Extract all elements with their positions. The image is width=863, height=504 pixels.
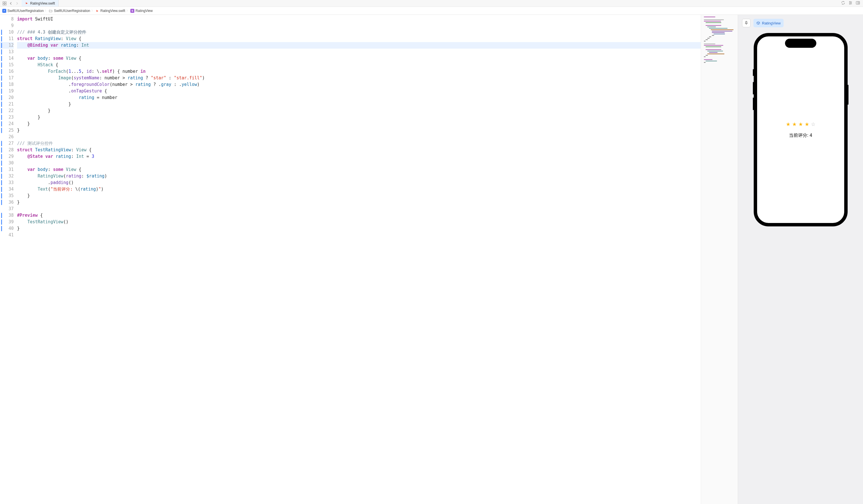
rating-text: 当前评分: 4 [789,132,812,139]
svg-rect-0 [3,2,4,3]
rating-stars[interactable]: ★★★★☆ [786,121,815,127]
preview-controls: RatingView [742,19,784,27]
pin-button[interactable] [742,19,751,27]
cube-icon [756,21,760,25]
chevron-right-icon: 〉 [91,9,94,13]
preview-chip-label: RatingView [762,21,781,25]
svg-rect-12 [858,2,859,4]
svg-rect-1 [5,2,6,3]
device-side-button [753,98,754,110]
related-items-icon[interactable] [2,1,7,6]
forward-button[interactable] [15,1,20,6]
svg-point-8 [851,2,852,3]
main-area: 8910111213141516171819202122232425262728… [0,15,863,504]
device-side-button [753,82,754,94]
minimap[interactable] [701,15,738,504]
breadcrumb-symbol[interactable]: S RatingView [130,9,152,13]
folder-icon [49,9,53,13]
svg-point-9 [850,4,850,4]
tab-title: RatingView.swift [30,1,55,5]
back-button[interactable] [9,1,13,6]
chevron-right-icon: 〉 [126,9,129,13]
tabbar-right-controls [838,0,863,7]
split-editor-icon[interactable] [855,1,860,6]
chevron-right-icon: 〉 [45,9,48,13]
tab-nav-controls [0,0,22,7]
line-number-gutter: 8910111213141516171819202122232425262728… [0,15,17,504]
device-side-button [753,69,754,76]
breadcrumb-label: SwiftUIUserRegistration [8,9,43,13]
device-notch [785,39,816,48]
preview-panel: RatingView ★★★★☆ 当前评分: 4 [738,15,863,504]
star-filled-icon[interactable]: ★ [805,121,809,127]
svg-point-7 [850,1,850,2]
code-content[interactable]: import SwiftUI /// ### 4.3 创建自定义评分控件stru… [17,15,701,504]
breadcrumb: A SwiftUIUserRegistration 〉 SwiftUIUserR… [0,7,863,15]
breadcrumb-label: RatingView.swift [100,9,125,13]
breadcrumb-folder[interactable]: SwiftUIUserRegistration [49,9,90,13]
star-filled-icon[interactable]: ★ [786,121,790,127]
swift-file-icon [25,1,28,5]
breadcrumb-label: SwiftUIUserRegistration [54,9,90,13]
iphone-preview-device: ★★★★☆ 当前评分: 4 [754,33,848,227]
breadcrumb-project[interactable]: A SwiftUIUserRegistration [2,9,43,13]
star-filled-icon[interactable]: ★ [792,121,797,127]
preview-content: ★★★★☆ 当前评分: 4 [786,121,815,139]
refresh-icon[interactable] [841,1,845,6]
breadcrumb-file[interactable]: RatingView.swift [95,9,125,13]
breadcrumb-label: RatingView [136,9,152,13]
swift-file-icon [95,9,99,13]
tab-bar: RatingView.swift [0,0,863,7]
file-tab[interactable]: RatingView.swift [22,0,59,7]
preview-selector[interactable]: RatingView [753,19,784,27]
device-side-button [848,85,849,105]
struct-icon: S [130,9,134,13]
svg-rect-3 [5,4,6,5]
adjust-icon[interactable] [848,1,853,6]
code-editor[interactable]: 8910111213141516171819202122232425262728… [0,15,738,504]
star-filled-icon[interactable]: ★ [798,121,803,127]
svg-rect-2 [3,4,4,5]
app-icon: A [2,9,6,13]
star-empty-icon[interactable]: ☆ [811,121,815,127]
